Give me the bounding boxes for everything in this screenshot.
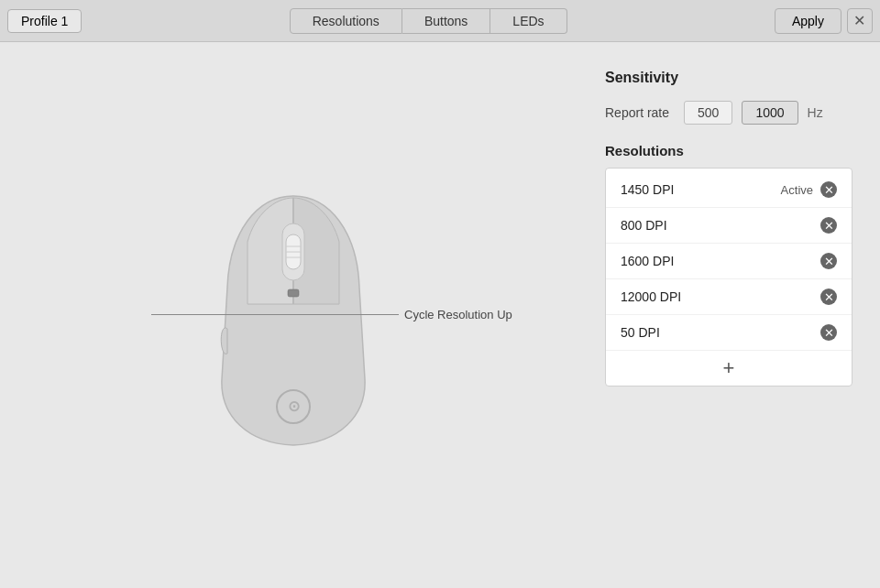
resolution-row: 1450 DPIActive✕: [606, 172, 852, 208]
tab-buttons[interactable]: Buttons: [402, 8, 490, 34]
report-rate-row: Report rate 500 1000 Hz: [605, 101, 852, 125]
annotation-label: Cycle Resolution Up: [404, 308, 512, 321]
apply-button[interactable]: Apply: [775, 8, 842, 34]
active-badge: Active: [781, 183, 813, 197]
annotation: Cycle Resolution Up: [151, 308, 512, 321]
remove-resolution-button[interactable]: ✕: [820, 217, 837, 234]
resolution-row-actions: ✕: [820, 253, 837, 269]
resolution-label: 1450 DPI: [621, 182, 674, 197]
hz-label: Hz: [808, 105, 823, 120]
tab-resolutions[interactable]: Resolutions: [290, 8, 402, 34]
add-resolution-button[interactable]: +: [723, 358, 735, 378]
main-content: ⊙ Cycle Resolution Up Sensitivity Report…: [0, 42, 880, 588]
remove-resolution-button[interactable]: ✕: [820, 324, 837, 341]
resolution-row-actions: Active✕: [781, 181, 837, 198]
rate-1000-button[interactable]: 1000: [742, 101, 798, 125]
resolution-row: 1600 DPI✕: [606, 244, 852, 279]
report-rate-label: Report rate: [605, 105, 669, 120]
resolutions-box: 1450 DPIActive✕800 DPI✕1600 DPI✕12000 DP…: [605, 168, 852, 387]
right-panel: Sensitivity Report rate 500 1000 Hz Reso…: [587, 42, 880, 588]
annotation-line: [151, 314, 399, 315]
tab-leds[interactable]: LEDs: [490, 8, 566, 34]
rate-500-button[interactable]: 500: [684, 101, 732, 125]
resolution-row: 12000 DPI✕: [606, 279, 852, 315]
resolution-row: 800 DPI✕: [606, 208, 852, 244]
resolution-row-actions: ✕: [820, 217, 837, 234]
remove-resolution-button[interactable]: ✕: [820, 253, 837, 269]
resolution-row: 50 DPI✕: [606, 315, 852, 351]
resolution-label: 50 DPI: [621, 325, 660, 340]
resolutions-title: Resolutions: [605, 143, 852, 158]
remove-resolution-button[interactable]: ✕: [820, 289, 837, 305]
nav-tabs: Resolutions Buttons LEDs: [290, 8, 567, 34]
close-button[interactable]: ✕: [847, 8, 873, 34]
remove-resolution-button[interactable]: ✕: [820, 181, 837, 198]
svg-text:⊙: ⊙: [288, 398, 300, 414]
toolbar: Profile 1 Resolutions Buttons LEDs Apply…: [0, 0, 880, 42]
resolution-label: 1600 DPI: [621, 254, 674, 268]
resolution-label: 800 DPI: [621, 218, 667, 233]
profile-tab[interactable]: Profile 1: [7, 9, 82, 33]
resolution-row-actions: ✕: [820, 289, 837, 305]
svg-rect-6: [288, 289, 299, 297]
mouse-area: ⊙ Cycle Resolution Up: [0, 42, 587, 588]
add-resolution-row: +: [606, 351, 852, 382]
resolution-label: 12000 DPI: [621, 289, 681, 304]
resolution-row-actions: ✕: [820, 324, 837, 341]
sensitivity-title: Sensitivity: [605, 70, 852, 86]
